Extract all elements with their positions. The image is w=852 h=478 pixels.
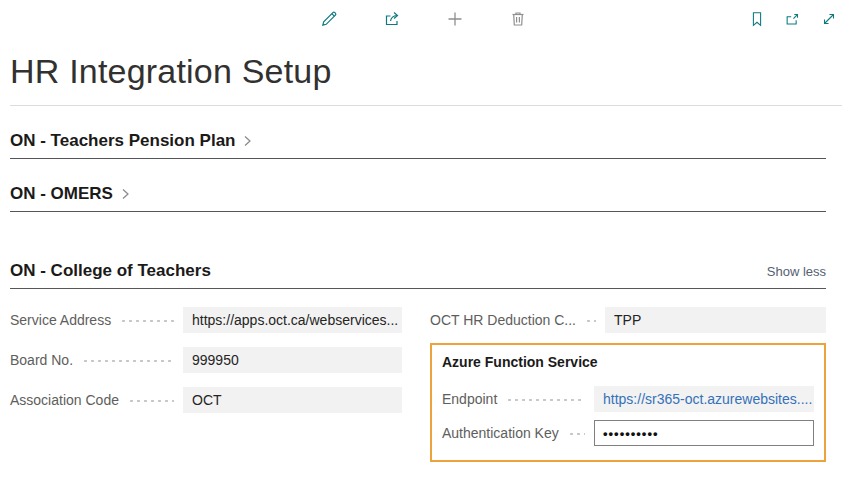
dotted-leader bbox=[566, 420, 585, 446]
section-label: ON - College of Teachers bbox=[10, 261, 211, 281]
group-title: Azure Function Service bbox=[442, 354, 814, 370]
service-address-input[interactable]: https://apps.oct.ca/webservices... bbox=[183, 307, 402, 333]
azure-function-service-group: Azure Function Service Endpoint https://… bbox=[430, 343, 826, 462]
field-label: Endpoint bbox=[442, 391, 497, 407]
dotted-leader bbox=[126, 387, 174, 413]
field-label: Authentication Key bbox=[442, 425, 559, 441]
section-label: ON - OMERS bbox=[10, 184, 113, 204]
chevron-right-icon bbox=[240, 134, 254, 148]
oct-hr-deduction-input[interactable]: TPP bbox=[605, 307, 826, 333]
hr-integration-setup-page: HR Integration Setup ON - Teachers Pensi… bbox=[0, 0, 852, 478]
edit-icon[interactable] bbox=[318, 8, 340, 30]
dotted-leader bbox=[118, 307, 174, 333]
field-endpoint: Endpoint https://sr365-oct.azurewebsites… bbox=[442, 386, 814, 412]
field-label: Board No. bbox=[10, 352, 73, 368]
dotted-leader bbox=[583, 307, 596, 333]
share-icon[interactable] bbox=[381, 8, 403, 30]
toolbar-center-group bbox=[318, 8, 529, 30]
page-title: HR Integration Setup bbox=[10, 52, 852, 91]
section-omers[interactable]: ON - OMERS bbox=[10, 184, 826, 212]
dotted-leader bbox=[80, 347, 174, 373]
section-teachers-pension-plan[interactable]: ON - Teachers Pension Plan bbox=[10, 131, 826, 159]
field-association-code: Association Code OCT bbox=[10, 387, 402, 413]
show-less-link[interactable]: Show less bbox=[767, 264, 826, 279]
fields-right-column: OCT HR Deduction C... TPP Azure Function… bbox=[430, 307, 826, 462]
fields-area: Service Address https://apps.oct.ca/webs… bbox=[10, 307, 826, 462]
field-label: OCT HR Deduction C... bbox=[430, 312, 576, 328]
association-code-input[interactable]: OCT bbox=[183, 387, 402, 413]
content: ON - Teachers Pension Plan ON - OMERS ON… bbox=[0, 131, 852, 462]
field-oct-hr-deduction: OCT HR Deduction C... TPP bbox=[430, 307, 826, 333]
fields-left-column: Service Address https://apps.oct.ca/webs… bbox=[10, 307, 402, 462]
add-icon[interactable] bbox=[444, 8, 466, 30]
toolbar bbox=[0, 8, 852, 40]
chevron-right-icon bbox=[118, 187, 132, 201]
expand-icon[interactable] bbox=[818, 8, 840, 30]
board-no-input[interactable]: 999950 bbox=[183, 347, 402, 373]
section-college-of-teachers[interactable]: ON - College of Teachers Show less bbox=[10, 261, 826, 289]
popout-icon[interactable] bbox=[782, 8, 804, 30]
field-label: Association Code bbox=[10, 392, 119, 408]
bookmark-icon[interactable] bbox=[746, 8, 768, 30]
field-board-no: Board No. 999950 bbox=[10, 347, 402, 373]
field-service-address: Service Address https://apps.oct.ca/webs… bbox=[10, 307, 402, 333]
field-label: Service Address bbox=[10, 312, 111, 328]
dotted-leader bbox=[504, 386, 585, 412]
authentication-key-input[interactable]: •••••••••• bbox=[594, 420, 814, 446]
title-divider bbox=[10, 105, 842, 106]
section-label: ON - Teachers Pension Plan bbox=[10, 131, 235, 151]
toolbar-right-group bbox=[746, 8, 840, 30]
field-authentication-key: Authentication Key •••••••••• bbox=[442, 420, 814, 446]
endpoint-input[interactable]: https://sr365-oct.azurewebsites.... bbox=[594, 386, 814, 412]
delete-icon[interactable] bbox=[507, 8, 529, 30]
